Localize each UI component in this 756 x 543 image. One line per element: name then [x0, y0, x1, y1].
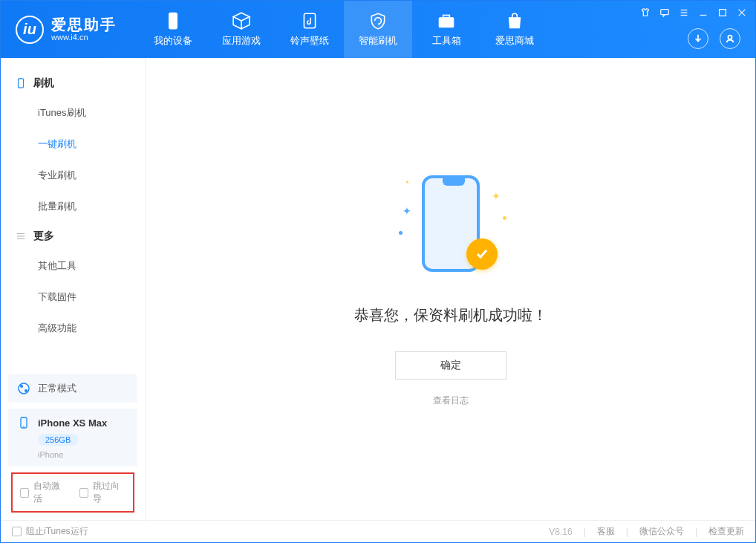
logo-subtitle: www.i4.cn	[51, 33, 117, 42]
header-actions	[688, 28, 740, 49]
footer: 阻止iTunes运行 V8.16 | 客服 | 微信公众号 | 检查更新	[1, 520, 755, 542]
svg-point-21	[23, 426, 25, 427]
checkbox-icon	[20, 488, 29, 498]
mode-icon	[17, 382, 30, 395]
checkbox-label: 阻止iTunes运行	[26, 525, 88, 538]
tab-label: 工具箱	[432, 34, 461, 48]
sidebar-item-other-tools[interactable]: 其他工具	[1, 250, 145, 282]
refresh-shield-icon	[368, 11, 388, 30]
sparkle-icon: ✦	[492, 190, 501, 202]
dot-icon	[399, 231, 403, 235]
sparkle-icon: ✦	[405, 179, 410, 186]
svg-rect-13	[19, 79, 24, 88]
tshirt-icon[interactable]	[639, 7, 651, 19]
user-icon[interactable]	[720, 28, 740, 49]
version-label: V8.16	[549, 527, 572, 537]
view-log-link[interactable]: 查看日志	[433, 394, 469, 407]
sidebar-bottom: 正常模式 iPhone XS Max 256GB iPhone 自动激活	[1, 367, 145, 520]
highlighted-checkbox-row: 自动激活 跳过向导	[11, 472, 134, 513]
separator: |	[695, 527, 697, 537]
download-icon[interactable]	[688, 28, 708, 49]
phone-small-icon	[17, 416, 30, 429]
main-content: ✦ ✦ ✦ 恭喜您，保资料刷机成功啦！ 确定 查看日志	[146, 58, 755, 520]
body: 刷机 iTunes刷机 一键刷机 专业刷机 批量刷机 更多 其他工具 下载固件 …	[1, 58, 755, 520]
device-icon	[163, 11, 183, 30]
sidebar-item-advanced[interactable]: 高级功能	[1, 313, 145, 344]
svg-point-18	[20, 385, 23, 388]
app-window: iu 爱思助手 www.i4.cn 我的设备 应用游戏 铃声壁纸 智能刷机	[0, 0, 756, 543]
success-illustration: ✦ ✦ ✦	[395, 172, 506, 283]
minimize-icon[interactable]	[697, 7, 709, 19]
music-file-icon	[300, 11, 319, 30]
ok-button[interactable]: 确定	[395, 351, 506, 380]
svg-point-12	[728, 36, 731, 39]
dot-icon	[503, 216, 506, 220]
checkbox-skip-guide[interactable]: 跳过向导	[79, 480, 126, 505]
cube-icon	[232, 11, 251, 30]
sidebar-group-more: 更多	[1, 222, 145, 250]
menu-icon[interactable]	[678, 7, 690, 19]
feedback-icon[interactable]	[659, 7, 671, 19]
svg-point-19	[25, 389, 27, 392]
device-row: iPhone XS Max	[17, 416, 128, 429]
svg-rect-3	[443, 15, 450, 17]
tab-my-device[interactable]: 我的设备	[139, 1, 207, 58]
tab-label: 应用游戏	[222, 34, 261, 48]
device-capacity: 256GB	[38, 434, 78, 446]
footer-link-support[interactable]: 客服	[597, 525, 615, 538]
checkbox-label: 自动激活	[33, 480, 66, 505]
sidebar-item-itunes-flash[interactable]: iTunes刷机	[1, 97, 145, 129]
footer-link-wechat[interactable]: 微信公众号	[639, 525, 684, 538]
main-tabs: 我的设备 应用游戏 铃声壁纸 智能刷机 工具箱 爱思商城	[139, 1, 549, 58]
svg-point-17	[19, 383, 29, 394]
footer-link-update[interactable]: 检查更新	[708, 525, 744, 538]
sidebar-item-pro-flash[interactable]: 专业刷机	[1, 160, 145, 191]
logo-icon: iu	[16, 16, 44, 44]
separator: |	[626, 527, 628, 537]
toolbox-icon	[437, 11, 456, 30]
svg-rect-2	[439, 18, 454, 27]
group-title: 刷机	[33, 77, 54, 90]
sparkle-icon: ✦	[403, 205, 411, 217]
sidebar-item-download-firmware[interactable]: 下载固件	[1, 282, 145, 313]
checkbox-block-itunes[interactable]: 阻止iTunes运行	[12, 525, 88, 538]
phone-icon	[16, 78, 26, 88]
sidebar-scroll: 刷机 iTunes刷机 一键刷机 专业刷机 批量刷机 更多 其他工具 下载固件 …	[1, 58, 145, 367]
svg-rect-1	[304, 13, 315, 28]
checkbox-auto-activate[interactable]: 自动激活	[20, 480, 66, 505]
sidebar-item-oneclick-flash[interactable]: 一键刷机	[1, 129, 145, 160]
mode-card[interactable]: 正常模式	[8, 374, 137, 403]
list-icon	[16, 231, 26, 241]
window-controls	[639, 7, 748, 19]
tab-store[interactable]: 爱思商城	[480, 1, 549, 58]
tab-smart-flash[interactable]: 智能刷机	[344, 1, 412, 58]
shopping-bag-icon	[505, 11, 524, 30]
maximize-icon[interactable]	[717, 7, 729, 19]
svg-rect-9	[720, 10, 726, 16]
checkbox-icon	[12, 527, 22, 536]
device-name: iPhone XS Max	[38, 417, 107, 429]
tab-toolbox[interactable]: 工具箱	[412, 1, 480, 58]
mode-label: 正常模式	[38, 382, 76, 395]
device-type: iPhone	[38, 450, 128, 459]
check-badge-icon	[466, 238, 498, 270]
tab-label: 爱思商城	[495, 34, 534, 48]
tab-label: 智能刷机	[359, 34, 397, 48]
tab-ringtones-wallpapers[interactable]: 铃声壁纸	[276, 1, 344, 58]
close-icon[interactable]	[736, 7, 748, 19]
tab-label: 我的设备	[154, 34, 192, 48]
footer-right: V8.16 | 客服 | 微信公众号 | 检查更新	[549, 525, 744, 538]
tab-apps-games[interactable]: 应用游戏	[207, 1, 276, 58]
device-card[interactable]: iPhone XS Max 256GB iPhone	[8, 409, 137, 466]
sidebar-group-flash: 刷机	[1, 69, 145, 97]
group-title: 更多	[33, 230, 54, 243]
logo-title: 爱思助手	[51, 16, 117, 33]
checkbox-icon	[79, 488, 88, 498]
logo-text: 爱思助手 www.i4.cn	[51, 16, 117, 42]
svg-rect-4	[661, 10, 669, 15]
svg-rect-0	[169, 13, 177, 29]
logo: iu 爱思助手 www.i4.cn	[1, 16, 131, 44]
sidebar-item-batch-flash[interactable]: 批量刷机	[1, 191, 145, 222]
tab-label: 铃声壁纸	[290, 34, 329, 48]
checkbox-label: 跳过向导	[93, 480, 126, 505]
